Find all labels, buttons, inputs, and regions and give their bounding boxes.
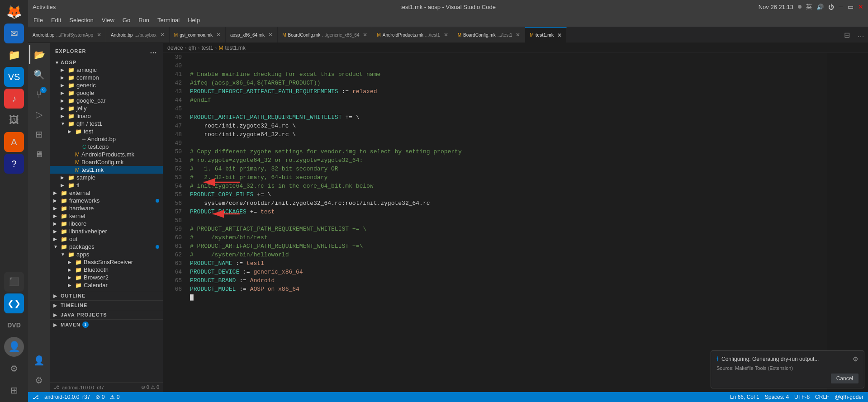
win-restore[interactable]: ▭ <box>848 3 854 10</box>
tree-item-android-bp[interactable]: ━Android.bp <box>50 135 163 143</box>
tab-androidproducts[interactable]: M AndroidProducts.mk .../test1 ✕ <box>372 27 453 43</box>
activity-explorer[interactable]: 📂 <box>29 45 48 64</box>
activity-search[interactable]: 🔍 <box>29 65 48 84</box>
tree-item-common[interactable]: ▶ 📁common <box>50 74 163 81</box>
activity-source-control[interactable]: ⑂ 9 <box>29 85 48 104</box>
tab-androidbp-bs[interactable]: Android.bp .../busybox ✕ <box>106 27 170 43</box>
tree-item-linaro[interactable]: ▶ 📁linaro <box>50 112 163 120</box>
tab-close-5[interactable]: ✕ <box>363 32 367 38</box>
tree-item-google[interactable]: ▶ 📁google <box>50 89 163 97</box>
tree-item-hardware[interactable]: ▶ 📁hardware <box>50 204 163 212</box>
editor-area: device › qfh › test1 › M test1.mk 394041… <box>163 43 868 392</box>
menu-file[interactable]: File <box>30 15 47 25</box>
menu-run[interactable]: Run <box>135 15 153 25</box>
linux-app-help[interactable]: ? <box>4 154 24 174</box>
tree-item-bluetooth[interactable]: ▶ 📁Bluetooth <box>50 266 163 274</box>
tab-more[interactable]: … <box>854 27 868 43</box>
tree-item-ti[interactable]: ▶ 📁ti <box>50 181 163 189</box>
tab-boardconfig-gen[interactable]: M BoardConfig.mk .../generic_x86_64 ✕ <box>278 27 372 43</box>
activity-remote[interactable]: 🖥 <box>29 145 48 164</box>
linux-app-dvd[interactable]: DVD <box>4 315 24 335</box>
tab-close-2[interactable]: ✕ <box>160 32 165 38</box>
tree-item-qfh-test1[interactable]: ▼ 📁qfh / test1 <box>50 120 163 128</box>
section-maven[interactable]: ▶ MAVEN 1 <box>50 319 163 330</box>
tree-item-calendar[interactable]: ▶ 📁Calendar <box>50 281 163 289</box>
tree-item-external[interactable]: ▶ 📁external <box>50 189 163 197</box>
sidebar-header: EXPLORER … <box>50 43 163 59</box>
linux-app-files[interactable]: 📁 <box>4 45 24 65</box>
breadcrumb-sep-2: › <box>198 45 199 51</box>
tab-split[interactable]: ⊟ <box>840 27 854 43</box>
power-icon: ⏻ <box>828 4 834 10</box>
linux-app-terminal[interactable]: ⬛ <box>4 272 24 292</box>
linux-app-settings[interactable]: ⚙ <box>4 359 24 378</box>
tab-gsi[interactable]: M gsi_common.mk ✕ <box>170 27 226 43</box>
tab-close-3[interactable]: ✕ <box>216 32 221 38</box>
menu-go[interactable]: Go <box>119 15 134 25</box>
tab-boardconfig-test[interactable]: M BoardConfig.mk .../test1 ✕ <box>453 27 526 43</box>
section-java-projects[interactable]: ▶ JAVA PROJECTS <box>50 310 163 319</box>
tree-item-google_car[interactable]: ▶ 📁google_car <box>50 97 163 104</box>
tab-close-7[interactable]: ✕ <box>516 32 520 38</box>
tree-item-sample[interactable]: ▶ 📁sample <box>50 174 163 181</box>
code-content[interactable]: # Enable mainline checking for excat thi… <box>185 53 827 392</box>
activity-extensions[interactable]: ⊞ <box>29 125 48 144</box>
menu-help[interactable]: Help <box>184 15 204 25</box>
linux-app-store[interactable]: A <box>4 132 24 152</box>
tab-close-1[interactable]: ✕ <box>97 32 101 38</box>
win-minimize[interactable]: ─ <box>839 3 843 10</box>
git-user: @qfh-goder <box>835 394 863 400</box>
tab-close-active[interactable]: ✕ <box>557 32 562 38</box>
tree-item-jelly[interactable]: ▶ 📁jelly <box>50 104 163 112</box>
menu-view[interactable]: View <box>98 15 118 25</box>
tree-item-test-cpp[interactable]: Ctest.cpp <box>50 143 163 151</box>
linux-app-firefox[interactable]: 🦊 <box>4 2 24 22</box>
tree-item-apps[interactable]: ▼ 📁apps <box>50 251 163 258</box>
linux-app-music[interactable]: ♪ <box>4 89 24 109</box>
activity-accounts[interactable]: 👤 <box>29 351 48 370</box>
linux-app-image[interactable]: 🖼 <box>4 110 24 130</box>
menu-edit[interactable]: Edit <box>47 15 65 25</box>
tree-item-generic[interactable]: ▶ 📁generic <box>50 81 163 89</box>
tree-item-frameworks[interactable]: ▶ 📁frameworks <box>50 197 163 204</box>
lang-indicator: 英 <box>806 3 812 11</box>
tab-aosp[interactable]: aosp_x86_64.mk ✕ <box>226 27 278 43</box>
tree-item-libcore[interactable]: ▶ 📁libcore <box>50 220 163 227</box>
menu-terminal[interactable]: Terminal <box>154 15 183 25</box>
tree-item-kernel[interactable]: ▶ 📁kernel <box>50 212 163 220</box>
source-control-badge: 9 <box>40 87 47 93</box>
linux-app-grid[interactable]: ⊞ <box>4 380 24 400</box>
tree-item-basicsmsreceiver[interactable]: ▶ 📁BasicSmsReceiver <box>50 258 163 266</box>
tab-close-6[interactable]: ✕ <box>444 32 448 38</box>
menu-selection[interactable]: Selection <box>66 15 97 25</box>
tab-test1-active[interactable]: M test1.mk ✕ <box>525 27 567 43</box>
linux-app-vscode[interactable]: VS <box>4 67 24 87</box>
section-outline[interactable]: ▶ OUTLINE <box>50 291 163 300</box>
activity-settings[interactable]: ⚙ <box>29 371 48 390</box>
sidebar-content[interactable]: ▼ AOSP ▶ 📁amiogic ▶ 📁common ▶ 📁gener <box>50 59 163 382</box>
linux-app-vscode-blue[interactable]: ❮❯ <box>4 293 24 313</box>
tab-close-4[interactable]: ✕ <box>268 32 273 38</box>
tree-item-packages[interactable]: ▼ 📁packages <box>50 243 163 251</box>
tree-item-out[interactable]: ▶ 📁out <box>50 235 163 243</box>
tree-item-amiogic[interactable]: ▶ 📁amiogic <box>50 66 163 74</box>
section-timeline[interactable]: ▶ TIMELINE <box>50 300 163 310</box>
notification-gear-icon[interactable]: ⚙ <box>853 355 859 363</box>
tree-item-boardconfig[interactable]: MBoardConfig.mk <box>50 158 163 166</box>
tree-item-androidproducts[interactable]: MAndroidProducts.mk <box>50 151 163 158</box>
activity-run[interactable]: ▷ <box>29 105 48 124</box>
notification-cancel-button[interactable]: Cancel <box>831 374 859 383</box>
win-close[interactable]: ✕ <box>858 3 863 10</box>
tree-item-test[interactable]: ▶ 📁test <box>50 128 163 135</box>
menubar: File Edit Selection View Go Run Terminal… <box>28 14 868 27</box>
tree-item-test1-mk[interactable]: Mtest1.mk <box>50 166 163 174</box>
tree-item-libnativehelper[interactable]: ▶ 📁libnativehelper <box>50 227 163 235</box>
code-editor[interactable]: 3940414243 4445464748 4950515253 5455565… <box>163 53 868 392</box>
linux-app-user[interactable]: 👤 <box>4 337 24 357</box>
tree-root[interactable]: ▼ AOSP <box>50 59 163 66</box>
tree-item-browser2[interactable]: ▶ 📁Browser2 <box>50 274 163 281</box>
linux-app-mail[interactable]: ✉ <box>4 24 24 43</box>
warnings-indicator: ⚠ 0 <box>110 394 119 400</box>
tab-androidbp-fs[interactable]: Android.bp .../FirstSystemApp ✕ <box>28 27 106 43</box>
sidebar-more-icon[interactable]: … <box>150 47 157 55</box>
